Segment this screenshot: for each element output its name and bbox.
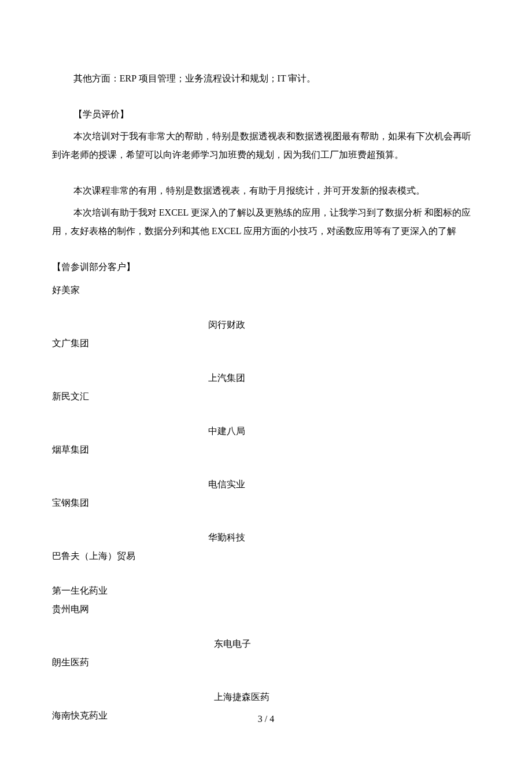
client-item: 第一生化药业	[52, 582, 480, 600]
client-item: 文广集团	[52, 334, 480, 353]
client-item: 上海捷森医药	[52, 688, 480, 706]
feedback-text-3: 本次培训有助于我对 EXCEL 更深入的了解以及更熟练的应用，让我学习到了数据分…	[52, 203, 480, 240]
client-item: 闵行财政	[52, 316, 480, 334]
document-page: 其他方面：ERP 项目管理；业务流程设计和规划；IT 审计。 【学员评价】 本次…	[0, 0, 532, 759]
client-item: 宝钢集团	[52, 494, 480, 512]
client-item: 中建八局	[52, 422, 480, 440]
feedback-text-2: 本次课程非常的有用，特别是数据透视表，有助于月报统计，并可开发新的报表模式。	[52, 182, 480, 200]
client-item: 上汽集团	[52, 369, 480, 387]
feedback-header: 【学员评价】	[52, 105, 480, 124]
feedback-text-1: 本次培训对于我有非常大的帮助，特别是数据透视表和数据透视图最有帮助，如果有下次机…	[52, 127, 480, 164]
client-item: 好美家	[52, 281, 480, 299]
client-list: 好美家 闵行财政 文广集团 上汽集团 新民文汇 中建八局 烟草集团 电信实业 宝…	[52, 281, 480, 725]
client-item: 电信实业	[52, 475, 480, 494]
client-item: 东电电子	[52, 635, 480, 653]
client-item: 贵州电网	[52, 600, 480, 619]
page-number: 3 / 4	[0, 714, 532, 724]
client-item: 华勤科技	[52, 528, 480, 547]
other-aspects-text: 其他方面：ERP 项目管理；业务流程设计和规划；IT 审计。	[52, 69, 480, 88]
client-item: 巴鲁夫（上海）贸易	[52, 547, 480, 565]
client-item: 新民文汇	[52, 387, 480, 406]
client-item: 烟草集团	[52, 440, 480, 459]
clients-header: 【曾参训部分客户】	[52, 258, 480, 276]
client-item: 朗生医药	[52, 653, 480, 672]
